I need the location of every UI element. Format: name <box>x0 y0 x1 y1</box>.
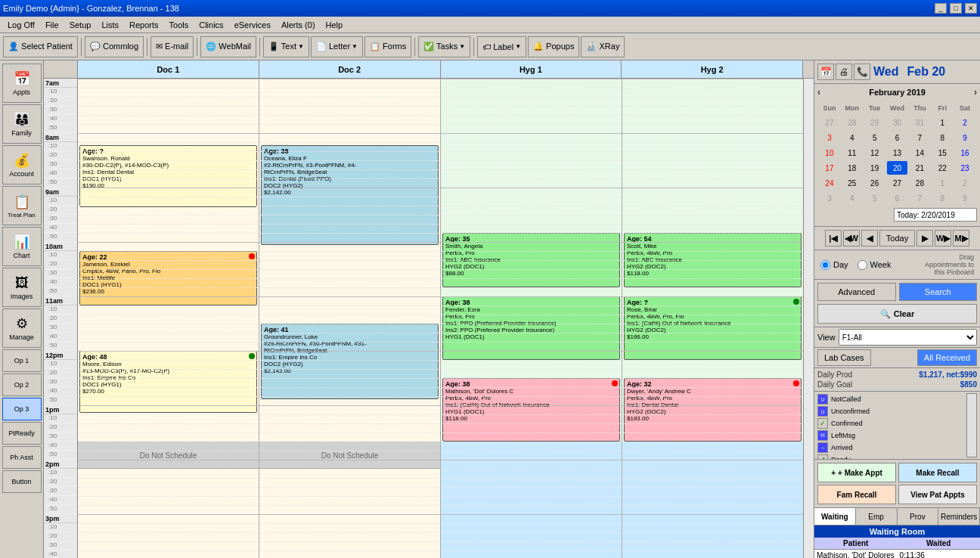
calendar-icon[interactable]: 📅 <box>817 64 834 80</box>
sidebar-button[interactable]: Button <box>2 470 42 493</box>
cal-day[interactable]: 7 <box>909 191 930 205</box>
all-received-btn[interactable]: All Received <box>917 349 977 366</box>
menu-lists[interactable]: Lists <box>97 19 123 31</box>
cal-day[interactable]: 5 <box>864 131 885 144</box>
cal-prev-btn[interactable]: ‹ <box>817 87 820 98</box>
appt-scott[interactable]: Age: 54 Scott, Mike PerEx, 4BW, ProIns1:… <box>624 233 802 287</box>
appt-rose[interactable]: Age: ? Rose, Briar PerEx, 4BW, Pro, FloI… <box>624 296 802 360</box>
appt-groundrunner[interactable]: Age: 41 Groundrunner, Luke #29-RtCrnPrFN… <box>261 324 439 399</box>
cal-today[interactable]: 20 <box>887 161 908 175</box>
cal-day[interactable]: 3 <box>819 191 840 205</box>
sidebar-manage[interactable]: ⚙ Manage <box>2 308 42 348</box>
sidebar-phasst[interactable]: Ph Asst <box>2 446 42 469</box>
nav-back-month[interactable]: |◀ <box>825 230 842 246</box>
text-btn[interactable]: 📱 Text ▼ <box>263 36 309 57</box>
view-pat-appts-btn[interactable]: View Pat Appts <box>898 485 977 504</box>
cal-day[interactable]: 21 <box>909 161 930 175</box>
menu-help[interactable]: Help <box>321 19 348 31</box>
sidebar-chart[interactable]: 📊 Chart <box>2 227 42 266</box>
popups-btn[interactable]: 🔔 Popups <box>528 36 579 57</box>
sidebar-treat-plan[interactable]: 📋 Treat Plan <box>2 186 42 225</box>
tab-prov[interactable]: Prov <box>898 508 939 525</box>
menu-file[interactable]: File <box>41 19 64 31</box>
forms-btn[interactable]: 📋 Forms <box>364 36 411 57</box>
cal-next-btn[interactable]: › <box>974 87 977 98</box>
cal-day[interactable]: 29 <box>864 116 885 129</box>
tasks-btn[interactable]: ✅ Tasks ▼ <box>418 36 470 57</box>
make-recall-btn[interactable]: Make Recall <box>898 463 977 482</box>
appt-mathison[interactable]: Age: 38 Mathison, 'Dot' Dolores C PerEx,… <box>442 378 620 442</box>
cal-day[interactable]: 4 <box>842 131 863 144</box>
cal-day[interactable]: 10 <box>819 146 840 160</box>
cal-day[interactable]: 16 <box>954 146 975 160</box>
sidebar-appts[interactable]: 📅 Appts <box>2 64 42 103</box>
sidebar-op1[interactable]: Op 1 <box>2 349 42 372</box>
cal-day[interactable]: 11 <box>842 146 863 160</box>
cal-day[interactable]: 17 <box>819 161 840 175</box>
cal-day[interactable]: 23 <box>954 161 975 175</box>
cal-day[interactable]: 7 <box>909 131 930 144</box>
cal-day[interactable]: 2 <box>954 116 975 129</box>
search-btn[interactable]: Search <box>899 283 978 301</box>
cal-day[interactable]: 31 <box>909 116 930 129</box>
nav-fwd-month[interactable]: M▶ <box>953 230 969 246</box>
cal-day[interactable]: 14 <box>909 146 930 160</box>
cal-day[interactable]: 24 <box>819 176 840 190</box>
cal-day[interactable]: 13 <box>887 146 908 160</box>
cal-day[interactable]: 18 <box>842 161 863 175</box>
radio-week-label[interactable]: Week <box>858 253 892 276</box>
email-btn[interactable]: ✉ E-mail <box>150 36 194 57</box>
tab-waiting[interactable]: Waiting <box>814 508 856 525</box>
today-date-input[interactable] <box>894 208 977 222</box>
close-btn[interactable]: ✕ <box>965 3 977 14</box>
sidebar-family[interactable]: 👨‍👩‍👧 Family <box>2 104 42 144</box>
fam-recall-btn[interactable]: Fam Recall <box>817 485 896 504</box>
cal-day[interactable]: 12 <box>864 146 885 160</box>
label-btn[interactable]: 🏷 Label ▼ <box>477 36 526 57</box>
cal-day[interactable]: 8 <box>932 131 953 144</box>
minimize-btn[interactable]: _ <box>935 3 947 14</box>
cal-day[interactable]: 1 <box>932 116 953 129</box>
phone-icon[interactable]: 📞 <box>854 64 870 80</box>
print-icon[interactable]: 🖨 <box>836 64 852 80</box>
view-select[interactable]: F1-All F2-Doc F3-Hyg <box>839 329 977 346</box>
cal-day[interactable]: 19 <box>864 161 885 175</box>
cal-day[interactable]: 5 <box>864 191 885 205</box>
cal-day[interactable]: 25 <box>842 176 863 190</box>
status-scrollbar[interactable] <box>966 393 977 457</box>
cal-day[interactable]: 8 <box>932 191 953 205</box>
title-bar-controls[interactable]: _ □ ✕ <box>935 3 977 14</box>
cal-day[interactable]: 27 <box>819 116 840 129</box>
cal-day[interactable]: 4 <box>842 191 863 205</box>
appt-oceana[interactable]: Age: 38 Oceana, Eliza F #2-RtCrnPrFN, #3… <box>261 145 439 245</box>
schedule-scroll[interactable]: Age: ? Swanson, Ronald #30-OD-C2(P), #14… <box>78 79 803 558</box>
menu-alerts[interactable]: Alerts (0) <box>277 19 320 31</box>
lab-cases-btn[interactable]: Lab Cases <box>817 349 871 366</box>
radio-day-label[interactable]: Day <box>820 253 848 276</box>
cal-day[interactable]: 9 <box>954 191 975 205</box>
make-appt-btn[interactable]: + + Make Appt <box>817 463 896 482</box>
cal-day[interactable]: 6 <box>887 191 908 205</box>
cal-day[interactable]: 2 <box>954 176 975 190</box>
menu-eservices[interactable]: eServices <box>230 19 275 31</box>
nav-back-week[interactable]: ◀W <box>843 230 860 246</box>
appt-smith[interactable]: Age: 35 Smith, Angela PerEx, ProIns1: AB… <box>442 233 620 287</box>
sidebar-images[interactable]: 🖼 Images <box>2 268 42 307</box>
menu-setup[interactable]: Setup <box>65 19 96 31</box>
cal-day[interactable]: 28 <box>909 176 930 190</box>
menu-clinics[interactable]: Clinics <box>194 19 228 31</box>
clear-btn[interactable]: 🔍 Clear <box>817 304 977 324</box>
advanced-btn[interactable]: Advanced <box>817 283 896 301</box>
cal-day[interactable]: 6 <box>887 131 908 144</box>
commlog-btn[interactable]: 💬 Commlog <box>85 36 144 57</box>
appt-fender[interactable]: Age: 38 Fender, Ezra PerEx, ProIns1: PPO… <box>442 296 620 360</box>
xray-btn[interactable]: 🔬 XRay <box>581 36 625 57</box>
tab-reminders[interactable]: Reminders <box>938 508 980 525</box>
wr-row-mathison[interactable]: Mathison, 'Dot' Dolores 0:11:36 <box>814 550 980 558</box>
sidebar-account[interactable]: 💰 Account <box>2 145 42 184</box>
menu-logoff[interactable]: Log Off <box>3 19 39 31</box>
sidebar-op2[interactable]: Op 2 <box>2 374 42 396</box>
radio-week[interactable] <box>858 260 867 270</box>
nav-fwd-day[interactable]: ▶ <box>916 230 933 246</box>
appt-jameson[interactable]: Age: 22 Jameson, Ezekiel CmpEx, 4BW, Pan… <box>79 251 257 305</box>
